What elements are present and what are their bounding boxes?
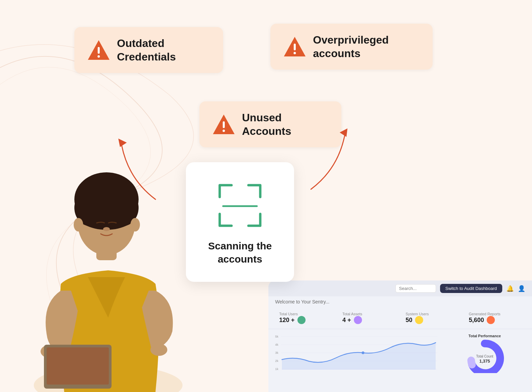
outdated-credentials-card: Outdated Credentials [74,27,223,73]
dashboard-chart-section: 5k 4k 3k 2k 1k Total Performance [268,329,532,378]
svg-text:Total Count: Total Count [476,354,493,358]
switch-to-audit-dashboard-button[interactable]: Switch to Audit Dashboard [440,284,502,293]
svg-point-5 [294,52,296,54]
donut-chart-section: Total Performance Total Count 1,375 [444,333,525,374]
scanning-card: Scanning the accounts [186,162,294,282]
stat-total-assets-label: Total Assets [342,312,395,316]
notification-icon[interactable]: 🔔 [506,285,514,292]
svg-rect-1 [98,47,100,54]
warning-icon-outdated [87,39,111,61]
warning-icon-overprivileged [283,35,307,58]
stat-generated-reports: Generated Reports 5,600 [465,310,525,326]
stat-system-users: System Users 50 [402,310,462,326]
stat-system-users-icon [415,316,423,324]
outdated-credentials-label: Outdated Credentials [117,36,176,64]
svg-point-14 [150,344,167,356]
user-icon[interactable]: 👤 [518,285,525,292]
overprivileged-accounts-label: Overprivileged accounts [313,33,389,60]
stat-system-users-label: System Users [406,312,458,316]
svg-text:1k: 1k [275,367,279,371]
stat-total-users-icon [297,316,306,324]
dashboard-search-input[interactable] [395,284,436,293]
svg-rect-7 [223,121,225,128]
welcome-text: Welcome to Your Sentry... [268,296,532,307]
svg-point-22 [76,196,137,230]
face-scan-icon [213,178,267,232]
svg-text:5k: 5k [275,335,279,338]
stat-system-users-value: 50 [406,317,412,324]
dashboard-stats-row: Total Users 120 + Total Assets 4 + Syste… [268,307,532,329]
svg-point-25 [130,218,140,231]
svg-point-36 [362,351,364,354]
stat-total-assets-value: 4 + [342,317,351,324]
stat-total-assets: Total Assets 4 + [338,310,399,326]
svg-text:2k: 2k [275,359,279,363]
stat-generated-reports-icon [487,316,495,324]
stat-generated-reports-label: Generated Reports [469,312,521,316]
svg-text:4k: 4k [275,343,279,346]
scanning-text: Scanning the accounts [208,239,272,266]
svg-point-24 [74,218,83,231]
dashboard-panel: Switch to Audit Dashboard 🔔 👤 Welcome to… [268,280,532,392]
stat-total-users-label: Total Users [279,312,332,316]
svg-rect-4 [294,44,296,50]
svg-point-2 [98,55,100,58]
stat-total-users-value: 120 + [279,317,295,324]
unused-accounts-label: Unused Accounts [242,111,291,138]
svg-text:1,375: 1,375 [479,359,490,364]
person-illustration [20,155,210,392]
unused-accounts-card: Unused Accounts [199,101,341,147]
svg-point-8 [223,130,225,132]
warning-icon-unused [212,113,236,136]
stat-total-users: Total Users 120 + [275,310,336,326]
dashboard-header: Switch to Audit Dashboard 🔔 👤 [268,280,532,296]
overprivileged-accounts-card: Overprivileged accounts [270,24,433,70]
stat-generated-reports-value: 5,600 [469,317,484,324]
svg-point-23 [103,227,110,231]
svg-marker-9 [118,139,127,147]
chart-title: Total Performance [468,334,501,338]
stat-total-assets-icon [354,316,362,324]
performance-chart: 5k 4k 3k 2k 1k [275,333,437,374]
svg-rect-16 [47,347,109,385]
svg-text:3k: 3k [275,351,279,354]
